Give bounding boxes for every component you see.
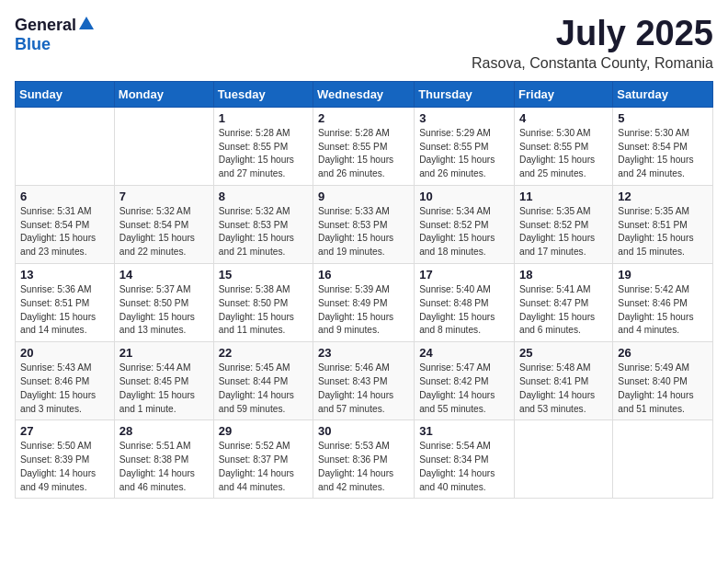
- day-number: 30: [318, 424, 409, 438]
- day-info: Sunrise: 5:30 AM Sunset: 8:55 PM Dayligh…: [519, 127, 608, 181]
- calendar-empty-cell: [114, 107, 213, 185]
- day-info: Sunrise: 5:28 AM Sunset: 8:55 PM Dayligh…: [219, 127, 308, 181]
- calendar-day-16: 16Sunrise: 5:39 AM Sunset: 8:49 PM Dayli…: [313, 264, 415, 342]
- location-title: Rasova, Constanta County, Romania: [472, 55, 713, 72]
- day-info: Sunrise: 5:44 AM Sunset: 8:45 PM Dayligh…: [119, 362, 209, 416]
- calendar-day-23: 23Sunrise: 5:46 AM Sunset: 8:43 PM Dayli…: [313, 342, 415, 420]
- calendar-day-28: 28Sunrise: 5:51 AM Sunset: 8:38 PM Dayli…: [114, 420, 213, 499]
- day-info: Sunrise: 5:31 AM Sunset: 8:54 PM Dayligh…: [20, 205, 109, 259]
- day-info: Sunrise: 5:34 AM Sunset: 8:52 PM Dayligh…: [419, 205, 509, 259]
- day-number: 4: [519, 111, 608, 125]
- day-number: 10: [419, 190, 509, 203]
- day-number: 29: [219, 424, 308, 438]
- weekday-header-thursday: Thursday: [415, 81, 515, 107]
- day-number: 27: [20, 424, 109, 438]
- calendar-day-19: 19Sunrise: 5:42 AM Sunset: 8:46 PM Dayli…: [613, 264, 713, 342]
- day-number: 15: [219, 268, 308, 282]
- calendar-day-3: 3Sunrise: 5:29 AM Sunset: 8:55 PM Daylig…: [415, 107, 515, 185]
- day-number: 21: [119, 346, 209, 360]
- calendar-day-14: 14Sunrise: 5:37 AM Sunset: 8:50 PM Dayli…: [114, 264, 213, 342]
- day-number: 9: [318, 190, 409, 203]
- weekday-header-monday: Monday: [114, 81, 213, 107]
- day-info: Sunrise: 5:40 AM Sunset: 8:48 PM Dayligh…: [419, 283, 509, 338]
- calendar-empty-cell: [16, 107, 115, 185]
- day-number: 11: [519, 190, 608, 203]
- day-number: 3: [419, 111, 509, 125]
- calendar-empty-cell: [515, 420, 613, 499]
- day-info: Sunrise: 5:29 AM Sunset: 8:55 PM Dayligh…: [419, 127, 509, 181]
- calendar-day-11: 11Sunrise: 5:35 AM Sunset: 8:52 PM Dayli…: [515, 185, 613, 263]
- day-number: 14: [119, 268, 209, 282]
- calendar-day-10: 10Sunrise: 5:34 AM Sunset: 8:52 PM Dayli…: [415, 185, 515, 263]
- day-number: 16: [318, 268, 409, 282]
- day-number: 8: [219, 190, 308, 203]
- day-number: 24: [419, 346, 509, 360]
- day-info: Sunrise: 5:32 AM Sunset: 8:54 PM Dayligh…: [119, 205, 209, 259]
- calendar-week-2: 6Sunrise: 5:31 AM Sunset: 8:54 PM Daylig…: [16, 185, 713, 263]
- logo: General Blue: [15, 15, 95, 54]
- calendar-day-12: 12Sunrise: 5:35 AM Sunset: 8:51 PM Dayli…: [613, 185, 713, 263]
- calendar-table: SundayMondayTuesdayWednesdayThursdayFrid…: [15, 81, 713, 500]
- calendar-day-4: 4Sunrise: 5:30 AM Sunset: 8:55 PM Daylig…: [515, 107, 613, 185]
- calendar-week-4: 20Sunrise: 5:43 AM Sunset: 8:46 PM Dayli…: [16, 342, 713, 420]
- calendar-day-29: 29Sunrise: 5:52 AM Sunset: 8:37 PM Dayli…: [213, 420, 313, 499]
- day-info: Sunrise: 5:39 AM Sunset: 8:49 PM Dayligh…: [318, 283, 409, 338]
- calendar-day-5: 5Sunrise: 5:30 AM Sunset: 8:54 PM Daylig…: [613, 107, 713, 185]
- calendar-day-7: 7Sunrise: 5:32 AM Sunset: 8:54 PM Daylig…: [114, 185, 213, 263]
- calendar-day-22: 22Sunrise: 5:45 AM Sunset: 8:44 PM Dayli…: [213, 342, 313, 420]
- day-info: Sunrise: 5:43 AM Sunset: 8:46 PM Dayligh…: [20, 362, 109, 416]
- day-info: Sunrise: 5:41 AM Sunset: 8:47 PM Dayligh…: [519, 283, 608, 338]
- day-info: Sunrise: 5:35 AM Sunset: 8:52 PM Dayligh…: [519, 205, 608, 259]
- day-number: 17: [419, 268, 509, 282]
- day-number: 6: [20, 190, 109, 203]
- day-number: 22: [219, 346, 308, 360]
- calendar-week-1: 1Sunrise: 5:28 AM Sunset: 8:55 PM Daylig…: [16, 107, 713, 185]
- logo-blue: Blue: [15, 35, 51, 53]
- calendar-day-25: 25Sunrise: 5:48 AM Sunset: 8:41 PM Dayli…: [515, 342, 613, 420]
- day-info: Sunrise: 5:30 AM Sunset: 8:54 PM Dayligh…: [618, 127, 708, 181]
- month-title: July 2025: [472, 15, 713, 53]
- calendar-day-24: 24Sunrise: 5:47 AM Sunset: 8:42 PM Dayli…: [415, 342, 515, 420]
- calendar-week-3: 13Sunrise: 5:36 AM Sunset: 8:51 PM Dayli…: [16, 264, 713, 342]
- day-number: 26: [618, 346, 708, 360]
- weekday-header-sunday: Sunday: [16, 81, 115, 107]
- day-number: 19: [618, 268, 708, 282]
- day-info: Sunrise: 5:35 AM Sunset: 8:51 PM Dayligh…: [618, 205, 708, 259]
- logo-icon: [78, 15, 95, 35]
- calendar-day-18: 18Sunrise: 5:41 AM Sunset: 8:47 PM Dayli…: [515, 264, 613, 342]
- day-info: Sunrise: 5:53 AM Sunset: 8:36 PM Dayligh…: [318, 440, 409, 494]
- day-info: Sunrise: 5:50 AM Sunset: 8:39 PM Dayligh…: [20, 440, 109, 494]
- day-info: Sunrise: 5:52 AM Sunset: 8:37 PM Dayligh…: [219, 440, 308, 494]
- day-number: 2: [318, 111, 409, 125]
- day-number: 31: [419, 424, 509, 438]
- calendar-week-5: 27Sunrise: 5:50 AM Sunset: 8:39 PM Dayli…: [16, 420, 713, 499]
- day-info: Sunrise: 5:38 AM Sunset: 8:50 PM Dayligh…: [219, 283, 308, 338]
- calendar-day-15: 15Sunrise: 5:38 AM Sunset: 8:50 PM Dayli…: [213, 264, 313, 342]
- day-info: Sunrise: 5:36 AM Sunset: 8:51 PM Dayligh…: [20, 283, 109, 338]
- weekday-header-friday: Friday: [515, 81, 613, 107]
- weekday-header-wednesday: Wednesday: [313, 81, 415, 107]
- day-info: Sunrise: 5:45 AM Sunset: 8:44 PM Dayligh…: [219, 362, 308, 416]
- calendar-day-21: 21Sunrise: 5:44 AM Sunset: 8:45 PM Dayli…: [114, 342, 213, 420]
- weekday-header-saturday: Saturday: [613, 81, 713, 107]
- day-info: Sunrise: 5:48 AM Sunset: 8:41 PM Dayligh…: [519, 362, 608, 416]
- calendar-day-13: 13Sunrise: 5:36 AM Sunset: 8:51 PM Dayli…: [16, 264, 115, 342]
- day-info: Sunrise: 5:32 AM Sunset: 8:53 PM Dayligh…: [219, 205, 308, 259]
- calendar-header-row: SundayMondayTuesdayWednesdayThursdayFrid…: [16, 81, 713, 107]
- day-info: Sunrise: 5:54 AM Sunset: 8:34 PM Dayligh…: [419, 440, 509, 494]
- day-number: 25: [519, 346, 608, 360]
- day-number: 28: [119, 424, 209, 438]
- day-number: 12: [618, 190, 708, 203]
- calendar-day-1: 1Sunrise: 5:28 AM Sunset: 8:55 PM Daylig…: [213, 107, 313, 185]
- day-number: 1: [219, 111, 308, 125]
- day-info: Sunrise: 5:37 AM Sunset: 8:50 PM Dayligh…: [119, 283, 209, 338]
- calendar-day-17: 17Sunrise: 5:40 AM Sunset: 8:48 PM Dayli…: [415, 264, 515, 342]
- calendar-day-30: 30Sunrise: 5:53 AM Sunset: 8:36 PM Dayli…: [313, 420, 415, 499]
- logo-general: General: [15, 16, 76, 35]
- day-number: 18: [519, 268, 608, 282]
- day-info: Sunrise: 5:46 AM Sunset: 8:43 PM Dayligh…: [318, 362, 409, 416]
- svg-marker-0: [79, 17, 94, 29]
- day-number: 23: [318, 346, 409, 360]
- calendar-day-6: 6Sunrise: 5:31 AM Sunset: 8:54 PM Daylig…: [16, 185, 115, 263]
- calendar-day-8: 8Sunrise: 5:32 AM Sunset: 8:53 PM Daylig…: [213, 185, 313, 263]
